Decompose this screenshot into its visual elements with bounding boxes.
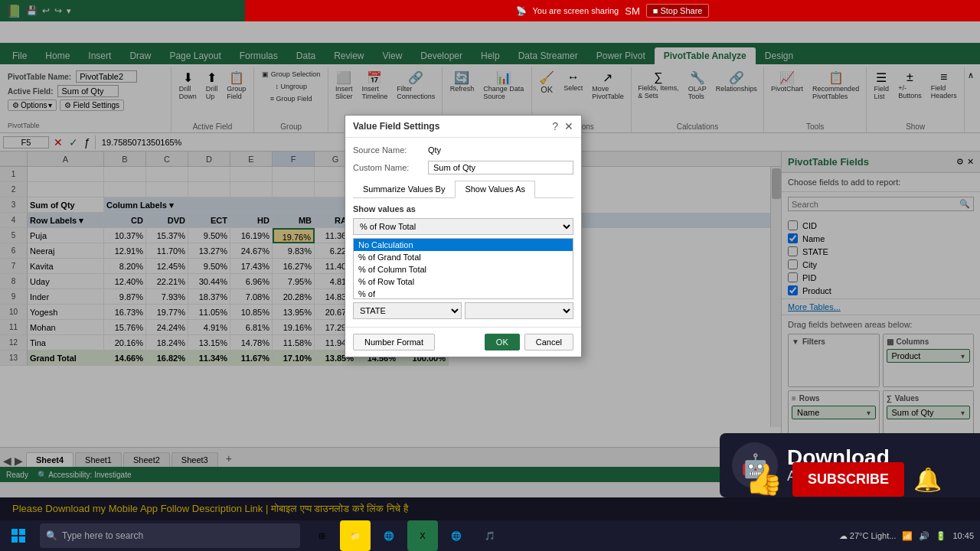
taskbar-edge-btn[interactable]: 🌐 bbox=[374, 520, 404, 551]
custom-name-field: Custom Name: bbox=[353, 161, 573, 174]
modal-footer: Number Format OK Cancel bbox=[345, 327, 581, 357]
source-name-field: Source Name: Qty bbox=[353, 145, 573, 155]
tray-volume-icon[interactable]: 🔊 bbox=[919, 531, 929, 541]
source-name-value: Qty bbox=[428, 145, 441, 155]
show-values-dropdown[interactable]: % of Row Total No Calculation % of Grand… bbox=[353, 218, 573, 235]
number-format-btn[interactable]: Number Format bbox=[353, 334, 435, 350]
show-values-label: Show values as bbox=[353, 204, 573, 214]
secondary-dropdowns: STATE bbox=[353, 302, 573, 319]
custom-name-label: Custom Name: bbox=[353, 163, 422, 172]
screen-share-user: SМ bbox=[625, 5, 640, 17]
modal-title: Value Field Settings bbox=[353, 121, 439, 132]
svg-rect-2 bbox=[11, 536, 18, 543]
source-name-label: Source Name: bbox=[353, 145, 422, 155]
svg-rect-1 bbox=[19, 529, 25, 535]
list-item-column-total[interactable]: % of Column Total bbox=[354, 263, 573, 276]
tray-network-icon[interactable]: 📶 bbox=[902, 531, 913, 541]
tray-weather: ☁ 27°C Light... bbox=[839, 531, 897, 541]
modal-tab-summarize[interactable]: Summarize Values By bbox=[353, 181, 455, 197]
list-item-no-calculation[interactable]: No Calculation bbox=[354, 239, 573, 251]
taskbar-task-view-btn[interactable]: ⊞ bbox=[306, 520, 337, 551]
modal-close-btn[interactable]: ✕ bbox=[564, 120, 573, 132]
taskbar-search-icon: 🔍 bbox=[46, 530, 57, 541]
list-item-of[interactable]: % of bbox=[354, 288, 573, 299]
taskbar-tray: ☁ 27°C Light... 📶 🔊 🔋 10:45 bbox=[839, 531, 980, 541]
base-item-select[interactable] bbox=[465, 302, 573, 319]
subscribe-overlay: 👍 SUBSCRIBE 🔔 bbox=[745, 461, 942, 497]
screen-share-bar: 📡 You are screen sharing SМ ■ Stop Share bbox=[245, 0, 980, 21]
taskbar-chrome-btn[interactable]: 🌐 bbox=[441, 520, 472, 551]
calculation-list[interactable]: No Calculation % of Grand Total % of Col… bbox=[353, 238, 573, 299]
value-field-settings-modal: Value Field Settings ? ✕ Source Name: Qt… bbox=[345, 115, 582, 357]
screen-share-icon: 📡 bbox=[516, 6, 527, 16]
taskbar: 🔍 Type here to search ⊞ 📁 🌐 X 🌐 🎵 ☁ 27°C… bbox=[0, 520, 980, 551]
taskbar-search-bar[interactable]: 🔍 Type here to search bbox=[40, 523, 300, 548]
modal-title-controls: ? ✕ bbox=[552, 120, 573, 132]
modal-tab-show-as[interactable]: Show Values As bbox=[455, 181, 535, 198]
list-item-grand-total[interactable]: % of Grand Total bbox=[354, 251, 573, 263]
cancel-btn[interactable]: Cancel bbox=[524, 334, 573, 350]
screen-share-text: You are screen sharing bbox=[533, 6, 619, 15]
tray-time: 10:45 bbox=[952, 531, 974, 540]
modal-ok-cancel: OK Cancel bbox=[485, 334, 573, 350]
windows-logo-icon bbox=[11, 528, 26, 543]
modal-body: Source Name: Qty Custom Name: Summarize … bbox=[345, 138, 581, 327]
like-icon: 👍 bbox=[745, 461, 783, 497]
start-button[interactable] bbox=[0, 520, 37, 551]
taskbar-media-btn[interactable]: 🎵 bbox=[475, 520, 505, 551]
taskbar-explorer-btn[interactable]: 📁 bbox=[340, 520, 371, 551]
modal-tabs: Summarize Values By Show Values As bbox=[353, 181, 573, 198]
taskbar-icons: ⊞ 📁 🌐 X 🌐 🎵 bbox=[306, 520, 505, 551]
stop-share-button[interactable]: ■ Stop Share bbox=[646, 4, 710, 18]
taskbar-search-placeholder: Type here to search bbox=[62, 530, 143, 541]
subscribe-button[interactable]: SUBSCRIBE bbox=[792, 462, 904, 497]
ok-btn[interactable]: OK bbox=[485, 334, 520, 350]
list-item-row-total[interactable]: % of Row Total bbox=[354, 276, 573, 288]
tray-battery-icon: 🔋 bbox=[936, 531, 946, 541]
bell-icon: 🔔 bbox=[913, 466, 942, 493]
svg-rect-3 bbox=[19, 536, 25, 543]
svg-rect-0 bbox=[11, 529, 18, 535]
base-field-select[interactable]: STATE bbox=[353, 302, 462, 319]
taskbar-excel-btn[interactable]: X bbox=[407, 520, 438, 551]
custom-name-input[interactable] bbox=[428, 161, 573, 174]
modal-help-btn[interactable]: ? bbox=[552, 120, 558, 132]
modal-title-bar: Value Field Settings ? ✕ bbox=[345, 116, 581, 138]
